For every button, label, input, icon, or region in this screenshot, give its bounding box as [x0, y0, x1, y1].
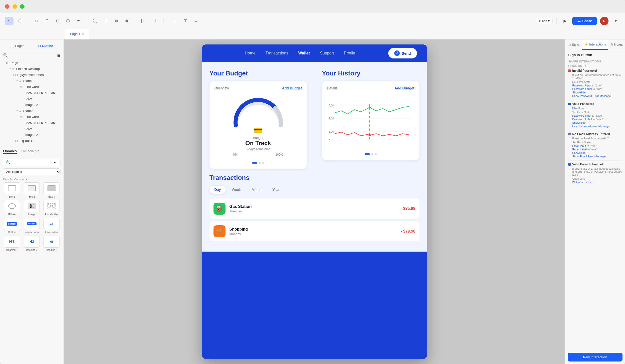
lib-search-input[interactable] [12, 161, 52, 164]
nav-transactions[interactable]: Transactions [266, 51, 288, 55]
tree-item-image-1[interactable]: T Image 22 [1, 102, 62, 108]
select-tool[interactable]: ↖ [5, 17, 14, 25]
dot-2[interactable] [259, 162, 261, 164]
maximize-button[interactable] [20, 4, 24, 9]
lib-select[interactable]: All Libraries [3, 168, 60, 175]
component-h2[interactable]: H2 Heading 2 [23, 236, 40, 251]
layers-tool[interactable]: ⬡ [64, 17, 72, 25]
component-image[interactable]: 🖼 Image [23, 200, 40, 216]
tab-page1[interactable]: Page 1 ✕ [65, 29, 89, 39]
tree-item-image-2[interactable]: T Image 22 [1, 132, 62, 138]
nav-wallet[interactable]: Wallet [298, 51, 310, 55]
align-tool-1[interactable]: |← [139, 17, 148, 25]
nav-support[interactable]: Support [320, 51, 334, 55]
tree-item-first-card-2[interactable]: ▭ First Card [1, 114, 62, 120]
link-button-preview: Link [44, 218, 60, 230]
user-avatar[interactable]: U [600, 17, 608, 25]
right-tab-interactions[interactable]: ⚡ Interactions [582, 39, 608, 50]
align-tool-3[interactable]: ⊢ [160, 17, 169, 25]
pen-tool[interactable]: ✒ [74, 17, 83, 25]
panel-title: Sign In Button [568, 53, 622, 57]
rectangle-tool[interactable]: □ [32, 17, 41, 25]
component-h3[interactable]: H3 Heading 3 [43, 236, 60, 251]
align-tool-6[interactable]: ≡ [192, 17, 200, 25]
tree-item-dynamic-panel[interactable]: ▾ ⬡ (Dynamic Panel) [1, 72, 62, 78]
placeholder-preview-comp [44, 200, 60, 212]
valid-pw-dot [568, 103, 571, 105]
tree-label-page1: Page 1 [10, 61, 60, 65]
tree-item-fintech[interactable]: ▾ ▭ Fintech Desktop [1, 66, 62, 72]
lib-filter[interactable]: 🔍 ⋯ [3, 159, 60, 166]
canvas-area[interactable]: Home Transactions Wallet Support Profile… [64, 39, 565, 364]
more-options-button[interactable]: ▾ [612, 17, 620, 25]
zoom-control[interactable]: 100% ▾ [536, 18, 552, 24]
component-primary-button[interactable]: PRIMARY Primary Button [23, 218, 40, 234]
close-button[interactable] [5, 4, 10, 9]
tree-label-logout: log-out 1 [20, 139, 60, 143]
dot-1[interactable] [252, 162, 257, 164]
add-budget-link-2[interactable]: Add Budget [394, 86, 414, 90]
tab-week[interactable]: Week [227, 186, 246, 194]
component-placeholder[interactable]: Placeholder [43, 200, 60, 216]
align-tool-2[interactable]: ⊣ [150, 17, 158, 25]
tree-item-date-2[interactable]: T 02/24 [1, 126, 62, 132]
frame-tool[interactable]: ⊞ [16, 17, 24, 25]
scale-tool[interactable]: ⛶ [91, 17, 100, 25]
transaction-shopping[interactable]: 🛒 Shopping Monday - $79.90 [210, 221, 420, 242]
budget-remaining: 6 days remaining [245, 147, 271, 151]
right-tab-notes[interactable]: ✎ Notes [608, 39, 625, 50]
inspect-tool[interactable]: ⊛ [112, 17, 120, 25]
component-link-button[interactable]: Link Link Button [43, 218, 60, 234]
gauge-label-0: 0% [233, 153, 238, 156]
tree-item-card-num-2[interactable]: T 2225-3441-5152-2351 [1, 120, 62, 126]
tree-item-logout[interactable]: ▸ ⬡ log-out 1 [1, 138, 62, 144]
hist-dot-2[interactable] [371, 153, 373, 155]
tree-item-state2[interactable]: ▾ ⊞ State2 [1, 108, 62, 114]
sidebar-tab-outline[interactable]: ⊟ Outline [32, 42, 60, 49]
add-budget-link[interactable]: Add Budget [282, 86, 302, 90]
invalid-pw-to-2: to [592, 87, 596, 90]
new-interaction-button[interactable]: New Interaction [568, 353, 622, 362]
tab-close-icon[interactable]: ✕ [82, 32, 84, 35]
hist-dot-1[interactable] [365, 153, 370, 155]
right-tab-style[interactable]: ◇ Style [565, 39, 582, 50]
text-tool[interactable]: T [43, 17, 51, 25]
invalid-pw-val-1: "true" [595, 84, 602, 87]
component-box1[interactable]: Box 1 [3, 182, 21, 198]
lib-tab-libraries[interactable]: Libraries [3, 149, 17, 154]
component-box3[interactable]: Box 3 [43, 182, 60, 198]
lib-tab-components[interactable]: Components [21, 149, 39, 154]
sidebar-search-bar[interactable]: 🔍 ⊞ [0, 51, 64, 60]
nav-profile[interactable]: Profile [344, 51, 355, 55]
align-tool-4[interactable]: ⊥ [171, 17, 179, 25]
tree-item-state1[interactable]: ▾ ⊞ State1 [1, 78, 62, 84]
tree-item-card-num-1[interactable]: T 2225-3441-5152-2351 [1, 90, 62, 96]
tree-item-first-card-1[interactable]: ▭ First Card [1, 84, 62, 90]
component-box2[interactable]: Box 2 [23, 182, 40, 198]
else-if-label: Else If [572, 107, 580, 110]
nav-home[interactable]: Home [245, 51, 256, 55]
tab-day[interactable]: Day [210, 186, 226, 194]
tree-item-date-1[interactable]: T 02/24 [1, 96, 62, 102]
send-button[interactable]: ↗ Send [388, 48, 417, 58]
minimize-button[interactable] [12, 4, 17, 9]
preview-button[interactable]: ▶ [561, 17, 569, 25]
sidebar-tab-pages[interactable]: ⊞ Pages [4, 42, 32, 49]
component-button[interactable]: BUTTON Button [3, 218, 21, 234]
crop-tool[interactable]: ⊠ [122, 17, 131, 25]
valid-pw-target-2: Password Label [572, 118, 592, 121]
tab-month[interactable]: Month [247, 186, 266, 194]
component-h1[interactable]: H1 Heading 1 [3, 236, 21, 251]
tree-item-page1[interactable]: ⊞ Page 1 [1, 60, 62, 66]
share-label: Share [582, 19, 592, 23]
tab-year[interactable]: Year [268, 186, 284, 194]
component-tool[interactable]: ⊡ [53, 17, 62, 25]
align-tool-5[interactable]: ⊤ [181, 17, 190, 25]
hist-dot-3[interactable] [375, 153, 377, 155]
slice-tool[interactable]: ⊕ [102, 17, 110, 25]
share-button[interactable]: ☁ Share [572, 17, 597, 25]
search-input[interactable] [10, 53, 56, 57]
dot-3[interactable] [262, 162, 264, 164]
component-ellipse[interactable]: Ellipse [3, 200, 21, 216]
transaction-gas[interactable]: ⛽ Gas Station Tuesday - $35.88 [210, 199, 420, 219]
